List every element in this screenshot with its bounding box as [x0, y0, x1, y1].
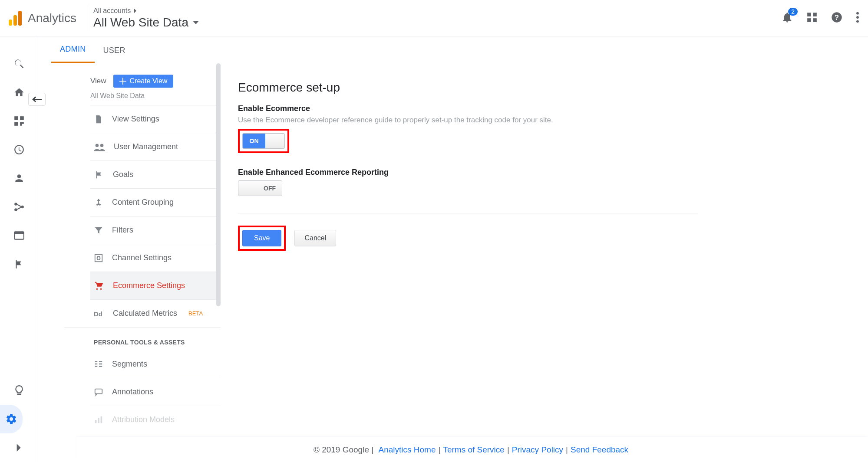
svg-point-9	[856, 12, 859, 14]
menu-annotations[interactable]: Annotations	[90, 378, 221, 406]
svg-point-21	[100, 144, 103, 147]
notifications-button[interactable]: 2	[781, 11, 793, 25]
current-view-name[interactable]: All Web Site Data	[64, 92, 221, 100]
toggle-on-label: ON	[243, 134, 265, 148]
highlight-annotation: Save	[238, 226, 286, 251]
svg-point-10	[856, 16, 859, 19]
menu-ecommerce-settings[interactable]: Ecommerce Settings	[90, 272, 221, 299]
people-icon	[94, 142, 105, 152]
clock-icon	[13, 144, 25, 155]
tab-admin[interactable]: ADMIN	[51, 37, 95, 63]
acquisition-icon	[13, 201, 25, 213]
footer-link-privacy[interactable]: Privacy Policy	[512, 445, 563, 455]
more-button[interactable]	[856, 11, 859, 25]
footer-copyright: © 2019 Google	[314, 445, 369, 455]
menu-channel-settings[interactable]: Channel Settings	[90, 244, 221, 272]
gear-icon	[5, 413, 17, 425]
menu-segments[interactable]: Segments	[90, 350, 221, 378]
svg-point-16	[14, 208, 17, 211]
flag-icon	[94, 170, 104, 180]
highlight-annotation: ON	[238, 129, 289, 153]
search-icon	[13, 58, 25, 69]
notifications-badge: 2	[788, 8, 798, 16]
menu-content-grouping[interactable]: Content Grouping	[90, 188, 221, 216]
footer-link-feedback[interactable]: Send Feedback	[571, 445, 628, 455]
breadcrumb-accounts: All accounts	[93, 7, 199, 15]
home-icon	[13, 87, 25, 98]
nav-search[interactable]	[0, 49, 38, 78]
svg-rect-19	[14, 232, 24, 234]
attribution-icon	[94, 415, 103, 425]
nav-admin[interactable]	[0, 405, 23, 433]
svg-rect-27	[101, 416, 102, 423]
view-label: View	[90, 77, 106, 85]
menu-view-settings[interactable]: View Settings	[90, 105, 221, 133]
footer-link-home[interactable]: Analytics Home	[378, 445, 436, 455]
create-view-label: Create View	[130, 77, 168, 85]
apps-grid-icon	[806, 12, 818, 23]
footer-link-tos[interactable]: Terms of Service	[443, 445, 504, 455]
nav-discover[interactable]	[0, 376, 38, 405]
brand-label: Analytics	[28, 11, 76, 25]
svg-rect-4	[813, 13, 817, 16]
svg-rect-24	[95, 389, 102, 393]
brand[interactable]: Analytics	[9, 5, 87, 31]
nav-acquisition[interactable]	[0, 193, 38, 221]
svg-text:?: ?	[835, 13, 839, 21]
divider	[238, 213, 698, 213]
caret-down-icon	[193, 21, 199, 24]
menu-goals[interactable]: Goals	[90, 161, 221, 188]
behavior-icon	[13, 230, 25, 241]
svg-rect-0	[9, 20, 12, 26]
menu-user-management[interactable]: User Management	[90, 133, 221, 161]
svg-text:Dd: Dd	[94, 310, 102, 317]
nav-audience[interactable]	[0, 164, 38, 193]
personal-tools-list: Segments Annotations Attribution Models	[64, 350, 221, 433]
breadcrumb-view-label: All Web Site Data	[93, 16, 188, 29]
toggle-knob	[265, 134, 284, 148]
apps-button[interactable]	[806, 12, 818, 25]
svg-rect-1	[13, 15, 17, 26]
svg-rect-25	[95, 420, 97, 423]
svg-rect-14	[14, 122, 18, 126]
svg-point-17	[21, 206, 24, 209]
header-actions: 2 ?	[781, 11, 859, 25]
nav-conversions[interactable]	[0, 250, 38, 279]
flag-icon	[13, 259, 25, 270]
tab-user[interactable]: USER	[95, 38, 134, 63]
nav-behavior[interactable]	[0, 221, 38, 250]
account-selector[interactable]: All accounts All Web Site Data	[93, 7, 199, 29]
svg-rect-3	[807, 13, 811, 16]
person-icon	[13, 173, 25, 184]
help-button[interactable]: ?	[831, 11, 843, 25]
nav-realtime[interactable]	[0, 135, 38, 164]
svg-rect-12	[14, 116, 18, 120]
panel-scrollbar[interactable]	[216, 63, 221, 306]
create-view-button[interactable]: Create View	[113, 75, 174, 88]
enable-ecommerce-help: Use the Ecommerce developer reference gu…	[238, 116, 698, 125]
cancel-button[interactable]: Cancel	[294, 230, 336, 246]
save-button[interactable]: Save	[242, 230, 281, 246]
plus-icon	[119, 78, 126, 85]
breadcrumb-view: All Web Site Data	[93, 16, 199, 29]
cart-icon	[94, 281, 104, 291]
menu-calculated-metrics[interactable]: DdCalculated MetricsBETA	[90, 299, 221, 327]
chevron-right-icon	[15, 444, 23, 452]
beta-badge: BETA	[188, 310, 203, 317]
nav-expand[interactable]	[0, 433, 38, 462]
menu-filters[interactable]: Filters	[90, 216, 221, 244]
admin-tabs: ADMIN USER	[38, 36, 868, 63]
nav-customization[interactable]	[0, 107, 38, 135]
svg-rect-2	[18, 11, 22, 26]
dashboard-icon	[13, 115, 25, 127]
enable-ecommerce-label: Enable Ecommerce	[238, 104, 698, 113]
breadcrumb-accounts-label: All accounts	[93, 7, 131, 15]
toggle-knob	[238, 181, 257, 196]
toggle-off-label: OFF	[257, 181, 282, 196]
menu-attribution-models[interactable]: Attribution Models	[90, 406, 221, 433]
file-icon	[94, 115, 103, 124]
back-button[interactable]	[28, 93, 46, 106]
enable-ecommerce-toggle[interactable]: ON	[242, 133, 285, 149]
enhanced-ecommerce-toggle[interactable]: OFF	[238, 180, 282, 196]
annotation-icon	[94, 387, 103, 397]
